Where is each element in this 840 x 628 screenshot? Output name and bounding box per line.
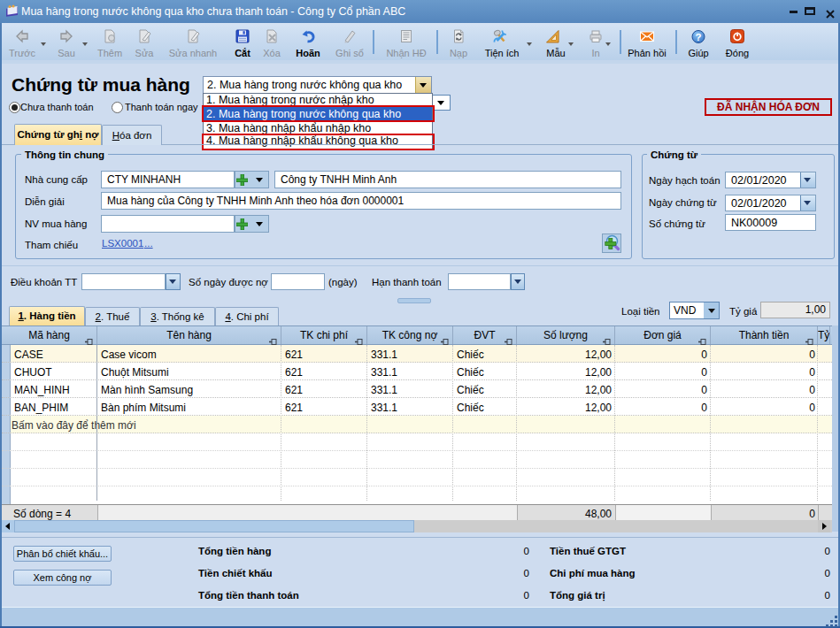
svg-text:?: ? — [695, 32, 701, 42]
